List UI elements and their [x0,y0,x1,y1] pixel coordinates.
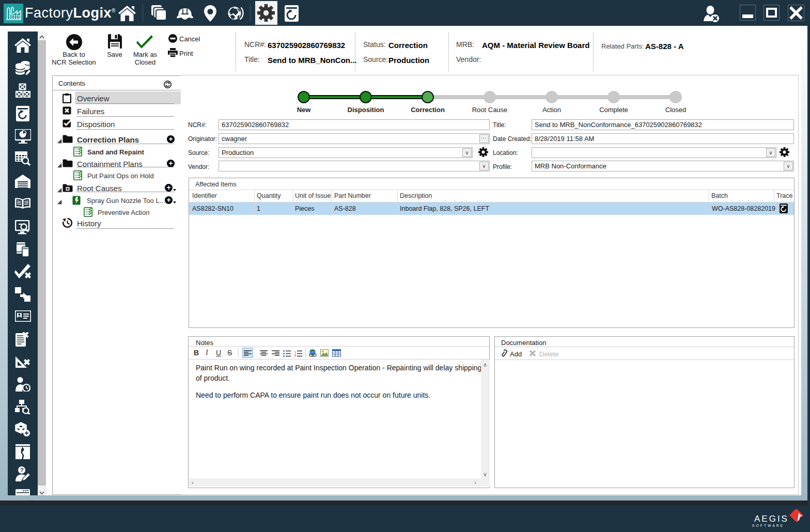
svg-text:3: 3 [294,354,296,357]
svg-text:?: ? [20,467,24,473]
